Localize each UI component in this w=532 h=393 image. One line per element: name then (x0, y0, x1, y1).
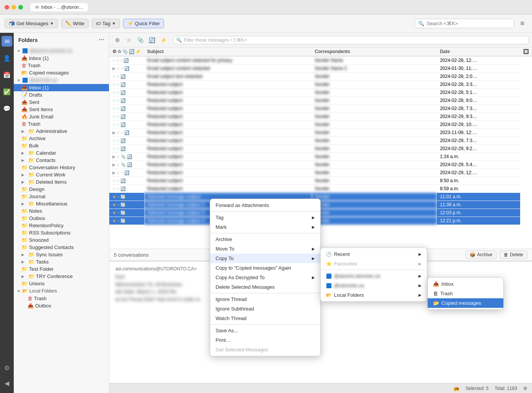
msg-thread-icon[interactable]: 🔄 (147, 35, 157, 45)
table-row[interactable]: ☆○🔄 Redacted subject Sender 2024-02-28, … (109, 97, 532, 105)
folder-bulk[interactable]: 📁 Bulk (14, 142, 109, 149)
ctx-mark[interactable]: Mark ▶ (210, 222, 320, 232)
window-tab[interactable]: ✉ Inbox - …@utoron… (31, 3, 88, 11)
folder-notes[interactable]: 📁 Notes (14, 207, 109, 215)
ctx-copy-to[interactable]: Copy To ▶ (210, 254, 320, 263)
table-row[interactable]: ☆○🔄 Redacted subject Sender 8:59 a.m. (109, 185, 532, 193)
folder-journal[interactable]: 📁 Journal (14, 193, 109, 200)
folder-tasks[interactable]: ▶ 📁 Tasks (14, 258, 109, 265)
subsub-copied[interactable]: 📂 Copied messages (428, 298, 503, 308)
table-row[interactable]: ☆○🔄 Redacted subject Sender 2024-02-29, … (109, 145, 532, 153)
ctx-move-to[interactable]: Move To ▶ (210, 244, 320, 254)
write-button[interactable]: ✏️ Write (61, 19, 89, 28)
table-row[interactable]: ▶☆○🔄 Email subject content redacted Send… (109, 65, 532, 73)
table-row[interactable]: ★○🔄 Selected message subject 4 Sender 12… (109, 217, 532, 225)
iconbar-tasks[interactable]: ✅ (2, 86, 12, 97)
sub-account2[interactable]: 🟦 @utoronto.ca ▶ (321, 281, 427, 290)
ctx-copy-decrypted[interactable]: Copy As Decrypted To ▶ (210, 273, 320, 282)
table-row[interactable]: ☆○🔄 Redacted subject Sender 2024-02-28, … (109, 89, 532, 97)
table-row[interactable]: ★○🔄 Selected message subject 2 Sender 11… (109, 201, 532, 209)
local-outbox[interactable]: 📤 Outbox (14, 302, 109, 309)
sub-account1[interactable]: 🟦 @alumni.utoronto.ca ▶ (321, 271, 427, 281)
folder-inbox-2[interactable]: 📥 Inbox (1) (14, 84, 109, 91)
msg-action-icon[interactable]: ⚡ (158, 35, 168, 45)
folder-sent-items[interactable]: 📤 Sent Items (14, 106, 109, 113)
local-folders-row[interactable]: ▼ 📂 Local Folders (14, 287, 109, 295)
folder-sent[interactable]: 📤 Sent (14, 99, 109, 106)
table-row[interactable]: ○☆○🔄 Email subject content redacted for … (109, 56, 532, 65)
table-row[interactable]: ☆○🔄 Redacted subject Sender 2024-02-28, … (109, 105, 532, 113)
table-row[interactable]: ☆○🔄 Email subject text redacted Sender 2… (109, 73, 532, 81)
local-trash[interactable]: 🗑 Trash (14, 295, 109, 302)
iconbar-collapse[interactable]: ◀ (2, 378, 12, 388)
folder-misc[interactable]: ▶ 📁 Miscellaneous (14, 200, 109, 207)
quick-filter-button[interactable]: ⚡ Quick Filter (123, 19, 164, 28)
folder-suggested-contacts[interactable]: 📁 Suggested Contacts (14, 244, 109, 251)
date-col-header[interactable]: Date (437, 47, 520, 56)
ctx-print[interactable]: Print… (210, 335, 320, 345)
get-messages-button[interactable]: 📬 Get Messages ▼ (5, 19, 58, 28)
iconbar-settings[interactable]: ⚙ (2, 362, 12, 373)
folder-copied-1[interactable]: 📂 Copied messages (14, 69, 109, 76)
folder-administrative[interactable]: ▶ 📁 Administrative (14, 128, 109, 135)
search-bar[interactable]: 🔍 (415, 19, 514, 28)
iconbar-mail[interactable]: ✉ (2, 36, 12, 47)
msg-filter-bar[interactable]: 🔍 Filter these messages <⇧⌘K> (173, 36, 529, 44)
iconbar-chat[interactable]: 💬 (2, 103, 12, 114)
ctx-forward-attachments[interactable]: Forward as Attachments (210, 201, 320, 210)
table-row[interactable]: ▶☆📎🔄 Redacted subject Sender 1:24 a.m. (109, 153, 532, 161)
account1-row[interactable]: ▼ 🟦 @alumni.utoronto.ca (14, 47, 109, 55)
ctx-delete-selected[interactable]: Delete Selected Messages (210, 282, 320, 292)
folder-try[interactable]: ▶ 📁 TRY Conference (14, 273, 109, 280)
folder-test[interactable]: 📁 Test Folder (14, 265, 109, 273)
ctx-watch-thread[interactable]: Watch Thread (210, 314, 320, 323)
table-row[interactable]: ★○🔄 Selected message subject 3 Sender 12… (109, 209, 532, 217)
account2-row[interactable]: ▼ 🟦 @utoronto.ca (14, 76, 109, 84)
folder-sync-issues[interactable]: ▶ 📁 Sync Issues (14, 251, 109, 258)
col-extra-header[interactable]: 🔲 (520, 47, 532, 56)
folder-contacts[interactable]: ▶ 📁 Contacts (14, 157, 109, 164)
correspondents-col-header[interactable]: Correspondents (312, 47, 437, 56)
table-row[interactable]: ☆○🔄 Redacted subject Sender 2024-02-29, … (109, 137, 532, 145)
msg-sort-icon[interactable]: ⚙ (112, 35, 122, 45)
sidebar-more-button[interactable]: ··· (99, 36, 104, 44)
search-input[interactable] (427, 21, 511, 26)
tag-button[interactable]: 🏷 Tag ▼ (92, 19, 120, 28)
sub-recent[interactable]: 🕐 Recent ▶ (321, 249, 427, 259)
folder-unions[interactable]: 📁 Unions (14, 280, 109, 287)
folder-trash-2[interactable]: 🗑 Trash (14, 120, 109, 128)
menu-button[interactable]: ≡ (517, 18, 527, 29)
table-row[interactable]: ▶☆○🔄 Redacted subject Sender 2023-11-09,… (109, 129, 532, 137)
ctx-copy-again[interactable]: Copy to "Copied messages" Again (210, 263, 320, 273)
table-row[interactable]: ☆○🔄 Redacted subject Sender 2024-02-29, … (109, 113, 532, 121)
folder-calendar[interactable]: ▶ 📁 Calendar (14, 149, 109, 157)
maximize-button[interactable] (18, 5, 23, 10)
iconbar-contacts[interactable]: 👤 (2, 53, 12, 63)
close-button[interactable] (5, 5, 9, 10)
folder-trash-1[interactable]: 🗑 Trash (14, 62, 109, 69)
folder-design[interactable]: 📁 Design (14, 186, 109, 193)
table-row[interactable]: ▶☆📎🔄 Redacted subject Sender 2024-02-29,… (109, 161, 532, 169)
subsub-trash[interactable]: 🗑 Trash (428, 289, 503, 298)
ctx-save-as[interactable]: Save As… (210, 326, 320, 335)
msg-attachment-icon[interactable]: 📎 (135, 35, 145, 45)
iconbar-calendar[interactable]: 📅 (2, 70, 12, 80)
subject-col-header[interactable]: Subject (144, 47, 312, 56)
folder-snoozed[interactable]: 📁 Snoozed (14, 236, 109, 244)
msg-star-icon[interactable]: ☆ (124, 35, 134, 45)
ctx-tag[interactable]: Tag ▶ (210, 213, 320, 222)
table-row[interactable]: ☆○🔄 Redacted subject Sender 2024-02-28, … (109, 81, 532, 89)
folder-deleted-items[interactable]: ▶ 📁 Deleted Items (14, 178, 109, 186)
ctx-ignore-subthread[interactable]: Ignore Subthread (210, 304, 320, 314)
table-row[interactable]: ☆○🔄 Redacted subject Sender 2024-02-29, … (109, 121, 532, 129)
table-row[interactable]: ★○🔄 Selected message subject Sender 11:0… (109, 193, 532, 201)
folder-current-work[interactable]: ▶ 📁 Current Work (14, 171, 109, 178)
subsub-inbox[interactable]: 📥 Inbox (428, 279, 503, 289)
folder-rss[interactable]: 📁 RSS Subscriptions (14, 229, 109, 236)
table-row[interactable]: ☆○🔄 Redacted subject Sender 8:50 a.m. (109, 177, 532, 185)
minimize-button[interactable] (11, 5, 16, 10)
folder-retention[interactable]: 📁 RetentionPolicy (14, 222, 109, 229)
folder-junk[interactable]: 🔥 Junk Email (14, 113, 109, 120)
folder-inbox-1[interactable]: 📥 Inbox (1) (14, 55, 109, 62)
folder-archive[interactable]: 📁 Archive (14, 135, 109, 142)
